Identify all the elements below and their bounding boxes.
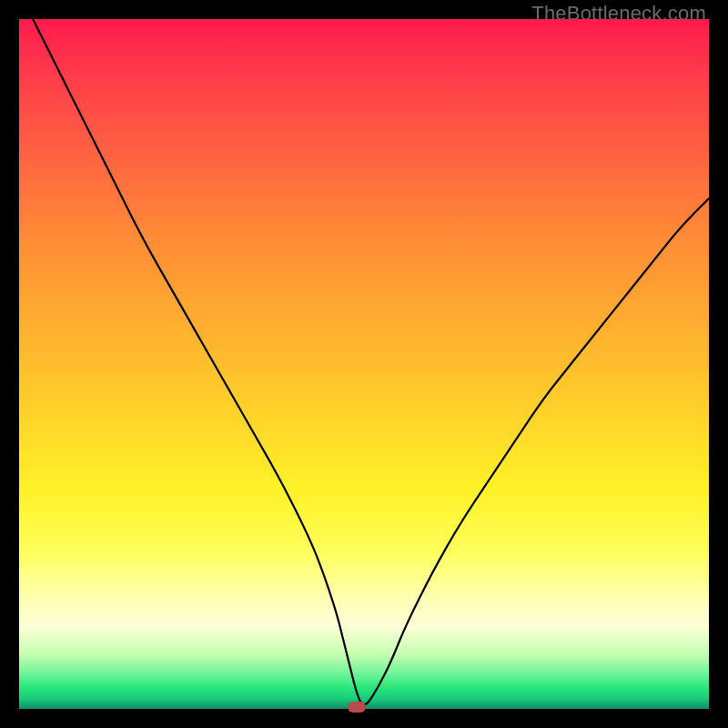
chart-plot-area	[19, 19, 709, 709]
optimal-point-marker	[348, 702, 366, 713]
bottleneck-curve	[19, 19, 709, 709]
